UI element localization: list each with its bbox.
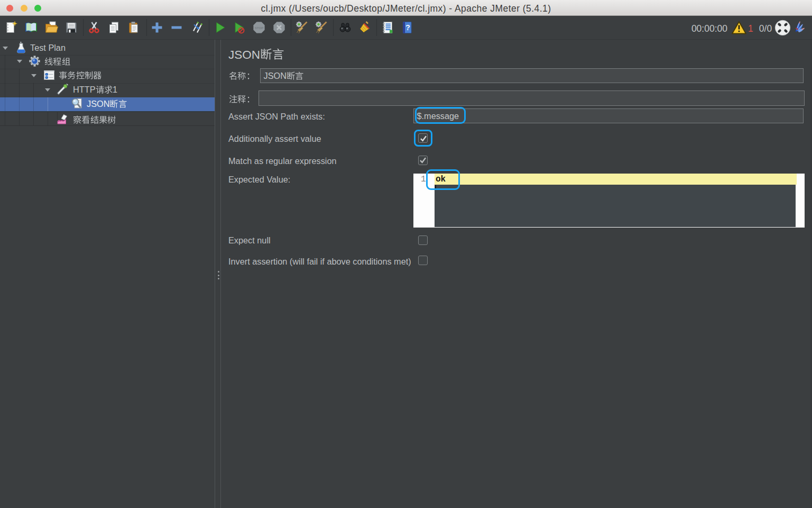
svg-text:STOP: STOP xyxy=(255,26,264,30)
svg-text:?: ? xyxy=(405,23,410,32)
